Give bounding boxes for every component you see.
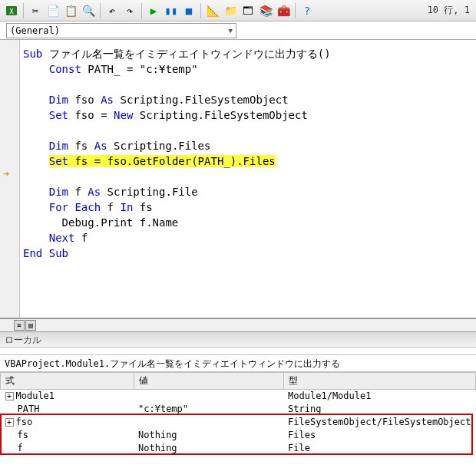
help-icon[interactable]: ? [299,2,316,19]
design-mode-icon[interactable]: 📐 [204,2,221,19]
locals-row[interactable]: fs Nothing Files [1,429,476,442]
col-expr[interactable]: 式 [1,373,134,390]
cursor-position: 10 行, 1 [425,4,473,17]
cut-icon[interactable]: ✂ [27,2,44,19]
chevron-down-icon: ▼ [229,27,233,35]
redo-icon[interactable]: ↷ [121,2,138,19]
locals-table: 式 値 型 +Module1 Module1/Module1 PATH_ "c:… [0,372,476,455]
stop-icon[interactable]: ■ [180,2,197,19]
locals-expr: PATH_ [18,404,45,414]
locals-context: VBAProject.Module1.ファイル名一覧をイミディエイトウィンドウに… [0,355,476,372]
expand-toggle-icon[interactable]: + [5,418,14,427]
locals-value: Nothing [134,442,283,455]
expand-toggle-icon[interactable]: + [5,392,14,400]
locals-expr: Module1 [16,391,55,401]
toolbar: X ✂ 📄 📋 🔍 ↶ ↷ ▶ ▮▮ ■ 📐 📁 🗔 📚 🧰 ? 10 行, 1 [0,0,476,21]
locals-value: Nothing [134,429,283,442]
locals-table-wrap: 式 値 型 +Module1 Module1/Module1 PATH_ "c:… [0,372,476,455]
locals-type: File [283,442,475,455]
procedure-view-button[interactable]: ≡ [14,320,25,331]
paste-icon[interactable]: 📋 [62,2,79,19]
pause-icon[interactable]: ▮▮ [163,2,180,19]
locals-value [134,390,283,403]
locals-value [134,416,283,429]
code-content[interactable]: Sub ファイル名一覧をイミディエイトウィンドウに出力する() Const PA… [20,40,476,318]
locals-row[interactable]: +fso FileSystemObject/FileSystemObject [1,416,476,429]
code-editor[interactable]: ➔ Sub ファイル名一覧をイミディエイトウィンドウに出力する() Const … [0,40,476,318]
object-dropdown-value: (General) [10,25,60,36]
margin-indicator-bar: ➔ [0,40,20,318]
find-icon[interactable]: 🔍 [80,2,97,19]
object-browser-icon[interactable]: 📚 [257,2,274,19]
view-mode-buttons: ≡ ▤ [0,318,476,332]
locals-value: "c:¥temp" [134,403,283,416]
locals-type: FileSystemObject/FileSystemObject [283,416,475,429]
object-dropdown[interactable]: (General) ▼ [6,23,236,38]
locals-type: Files [283,429,475,442]
locals-expr: fso [16,417,33,427]
undo-icon[interactable]: ↶ [104,2,121,19]
svg-text:X: X [9,8,14,15]
locals-row[interactable]: f Nothing File [1,442,476,455]
run-icon[interactable]: ▶ [145,2,162,19]
full-module-view-button[interactable]: ▤ [25,320,36,331]
toolbox-icon[interactable]: 🧰 [275,2,292,19]
locals-type: String [283,403,475,416]
object-proc-dropdowns: (General) ▼ [0,21,476,40]
locals-expr: fs [18,430,28,440]
locals-row[interactable]: +Module1 Module1/Module1 [1,390,476,403]
project-explorer-icon[interactable]: 📁 [222,2,239,19]
current-line-arrow-icon: ➔ [3,167,9,180]
locals-row[interactable]: PATH_ "c:¥temp" String [1,403,476,416]
col-type[interactable]: 型 [283,373,475,390]
locals-type: Module1/Module1 [283,390,475,403]
excel-icon[interactable]: X [3,2,20,19]
properties-icon[interactable]: 🗔 [240,2,256,19]
locals-expr: f [18,443,23,453]
col-val[interactable]: 値 [134,373,283,390]
locals-panel-title: ローカル [0,332,476,348]
copy-icon[interactable]: 📄 [45,2,61,19]
